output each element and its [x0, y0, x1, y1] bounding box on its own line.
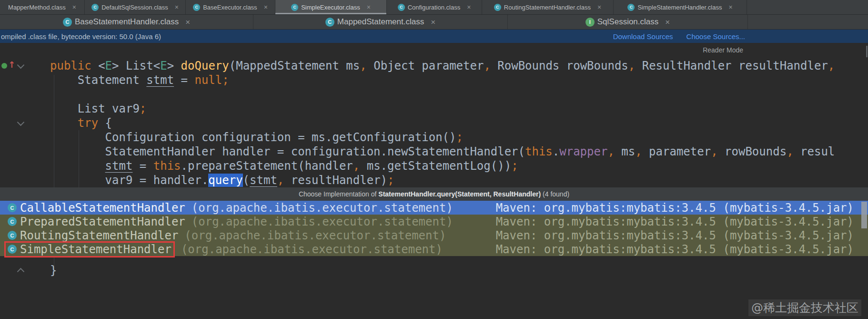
code-line[interactable]: var9 = handler.query(stmt, resultHandler… [0, 173, 868, 187]
tab-close-icon[interactable]: × [72, 4, 76, 10]
ide-window: MapperMethod.class×CDefaultSqlSession.cl… [0, 0, 868, 319]
gutter [0, 73, 37, 87]
editor-tab-bar-bottom: CBaseStatementHandler.class×CMappedState… [0, 15, 868, 30]
popup-scrollbar-thumb[interactable] [861, 202, 867, 228]
popup-row-list: CCallableStatementHandler(org.apache.iba… [0, 201, 868, 256]
editor-scrollbar[interactable] [866, 46, 868, 57]
reader-mode-label: Reader Mode [703, 46, 743, 54]
banner-links: Download SourcesChoose Sources... [613, 32, 868, 41]
implementation-row-CallableStatementHandler[interactable]: CCallableStatementHandler(org.apache.iba… [0, 201, 868, 215]
code-line[interactable]: Configuration configuration = ms.getConf… [0, 130, 868, 144]
package-label: (org.apache.ibatis.executor.statement) [192, 201, 453, 215]
gutter [0, 263, 37, 278]
code-line[interactable]: StatementHandler handler = configuration… [0, 144, 868, 159]
package-label: (org.apache.ibatis.executor.statement) [192, 215, 453, 228]
banner-message: ompiled .class file, bytecode version: 5… [0, 32, 161, 41]
override-gutter-icon[interactable] [1, 63, 7, 69]
gutter [0, 102, 37, 116]
tab-SqlSession-class[interactable]: ISqlSession.class× [508, 15, 748, 29]
gutter [0, 173, 37, 187]
gutter [0, 130, 37, 144]
code-text: Statement stmt = null; [37, 73, 229, 87]
fold-down-icon[interactable] [17, 119, 25, 126]
class-icon: C [8, 231, 17, 240]
code-text: StatementHandler handler = configuration… [37, 144, 835, 159]
code-line[interactable]: List var9; [0, 102, 868, 116]
tab-close-icon[interactable]: × [728, 4, 732, 10]
code-text: Configuration configuration = ms.getConf… [37, 130, 463, 144]
code-line[interactable]: ↑public <E> List<E> doQuery(MappedStatem… [0, 59, 868, 73]
tab-close-icon[interactable]: × [431, 18, 435, 26]
tab-close-icon[interactable]: × [264, 4, 268, 10]
tab-close-icon[interactable]: × [185, 18, 190, 26]
tab-Configuration-class[interactable]: CConfiguration.class× [387, 0, 482, 14]
gutter [0, 159, 37, 173]
tab-label: Configuration.class [408, 4, 461, 11]
fold-up-icon[interactable] [17, 268, 25, 276]
tab-close-icon[interactable]: × [665, 18, 670, 26]
implementations-popup: Choose Implementation of StatementHandle… [0, 187, 868, 256]
maven-location: Maven: org.mybatis:mybatis:3.4.5 (mybati… [496, 201, 868, 215]
implementation-class-name: RoutingStatementHandler [20, 229, 178, 242]
class-icon: C [325, 18, 334, 27]
code-line[interactable]: try { [0, 116, 868, 130]
package-label: (org.apache.ibatis.executor.statement) [181, 243, 443, 256]
implementation-row-SimpleStatementHandler[interactable]: CSimpleStatementHandler(org.apache.ibati… [0, 242, 868, 256]
banner-link-download-sources[interactable]: Download Sources [613, 32, 673, 41]
watermark: @稀土掘金技术社区 [748, 299, 861, 316]
tab-label: DefaultSqlSession.class [101, 4, 168, 11]
code-line[interactable]: } [0, 263, 868, 278]
popup-title: Choose Implementation of StatementHandle… [0, 187, 868, 201]
banner-link-choose-sources[interactable]: Choose Sources... [686, 32, 745, 41]
tab-label: SimpleStatementHandler.class [637, 4, 722, 11]
tab-SimpleExecutor-class[interactable]: CSimpleExecutor.class× [275, 0, 387, 14]
gutter [0, 144, 37, 159]
tab-label: RoutingStatementHandler.class [504, 4, 591, 11]
tab-BaseStatementHandler-class[interactable]: CBaseStatementHandler.class× [0, 15, 253, 29]
class-icon: C [63, 18, 72, 27]
implementation-class-name: CallableStatementHandler [20, 201, 185, 215]
tab-MapperMethod-class[interactable]: MapperMethod.class× [0, 0, 85, 14]
gutter: ↑ [0, 59, 37, 73]
tab-label: SqlSession.class [597, 17, 659, 27]
editor-tab-bar-top: MapperMethod.class×CDefaultSqlSession.cl… [0, 0, 868, 15]
gutter [0, 87, 37, 102]
tab-close-icon[interactable]: × [367, 4, 371, 10]
tab-label: MapperMethod.class [8, 4, 66, 11]
code-text: List var9; [37, 102, 146, 116]
class-icon: C [91, 4, 99, 11]
tab-close-icon[interactable]: × [467, 4, 471, 10]
maven-location: Maven: org.mybatis:mybatis:3.4.5 (mybati… [496, 229, 868, 242]
class-icon: C [494, 4, 501, 11]
class-icon: C [8, 203, 17, 212]
implementation-row-PreparedStatementHandler[interactable]: CPreparedStatementHandler(org.apache.iba… [0, 215, 868, 228]
tab-BaseExecutor-class[interactable]: CBaseExecutor.class× [186, 0, 275, 14]
code-line[interactable]: Statement stmt = null; [0, 73, 868, 87]
code-line[interactable]: stmt = this.prepareStatement(handler, ms… [0, 159, 868, 173]
tab-label: SimpleExecutor.class [301, 4, 360, 11]
interface-icon: I [585, 18, 595, 27]
class-icon: C [8, 217, 17, 226]
class-icon: C [193, 4, 200, 11]
editor[interactable]: Reader Mode ↑public <E> List<E> doQuery(… [0, 43, 868, 319]
tab-label: MappedStatement.class [337, 17, 424, 27]
implementation-row-RoutingStatementHandler[interactable]: CRoutingStatementHandler(org.apache.ibat… [0, 228, 868, 242]
tab-RoutingStatementHandler-class[interactable]: CRoutingStatementHandler.class× [482, 0, 614, 14]
tab-close-icon[interactable]: × [175, 4, 179, 10]
fold-down-icon[interactable] [17, 62, 25, 69]
code-text: stmt = this.prepareStatement(handler, ms… [37, 159, 518, 173]
implemented-arrow-icon[interactable]: ↑ [8, 60, 15, 70]
class-icon: C [8, 245, 17, 254]
tab-DefaultSqlSession-class[interactable]: CDefaultSqlSession.class× [85, 0, 186, 14]
class-icon: C [398, 4, 405, 11]
code-text: var9 = handler.query(stmt, resultHandler… [37, 173, 394, 187]
code-line[interactable] [0, 87, 868, 102]
maven-location: Maven: org.mybatis:mybatis:3.4.5 (mybati… [496, 243, 868, 256]
tab-MappedStatement-class[interactable]: CMappedStatement.class× [253, 15, 508, 29]
code-text: try { [37, 116, 112, 130]
implementation-class-name: SimpleStatementHandler [20, 243, 172, 256]
gutter [0, 116, 37, 130]
code-text: public <E> List<E> doQuery(MappedStateme… [37, 59, 835, 73]
tab-SimpleStatementHandler-class[interactable]: CSimpleStatementHandler.class× [614, 0, 747, 14]
tab-close-icon[interactable]: × [597, 4, 601, 10]
